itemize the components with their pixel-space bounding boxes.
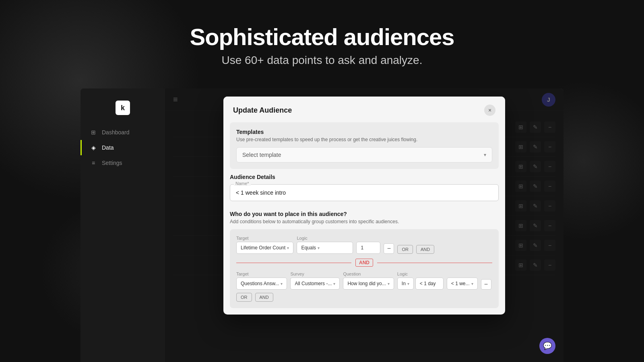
survey-field-group: Survey All Customers -... ▾ [290, 272, 340, 290]
condition2-and-button[interactable]: AND [255, 293, 273, 302]
template-select[interactable]: Select template ▾ [236, 147, 492, 162]
target2-field-group: Target Questions Answ... ▾ [236, 272, 287, 290]
and-divider: AND [236, 259, 492, 267]
templates-title: Templates [236, 129, 492, 135]
survey-value: All Customers -... [295, 281, 332, 286]
chevron-down-icon: ▾ [333, 282, 335, 286]
modal-title: Update Audience [233, 106, 292, 115]
value-display-select[interactable]: < 1 we... ▾ [447, 278, 478, 290]
sidebar-logo: k [80, 97, 165, 125]
condition1-remove-button[interactable]: − [384, 243, 394, 254]
app-logo-icon: k [116, 101, 130, 115]
question-field-group: Question How long did yo... ▾ [343, 272, 394, 290]
question-label: Question [343, 272, 394, 276]
data-icon: ◈ [90, 144, 97, 151]
chevron-down-icon: ▾ [318, 246, 320, 250]
target-field-group: Target Lifetime Order Count ▾ [236, 236, 293, 254]
modal-header: Update Audience × [223, 97, 505, 122]
chevron-down-icon: ▾ [281, 282, 283, 286]
app-window: k ⊞ Dashboard ◈ Data ≡ Settings ≡ J ⊞ ✎ … [80, 88, 564, 362]
condition2-remove-button[interactable]: − [481, 279, 491, 290]
settings-icon: ≡ [90, 159, 97, 167]
sidebar-item-label: Data [102, 144, 114, 151]
update-audience-modal: Update Audience × Templates Use pre-crea… [223, 97, 505, 315]
value-display-group: < 1 we... ▾ [447, 272, 478, 290]
modal-close-button[interactable]: × [484, 105, 495, 116]
logic-select[interactable]: Equals ▾ [297, 242, 353, 254]
condition-row-2: Target Questions Answ... ▾ Survey [236, 272, 492, 302]
target2-value: Questions Answ... [241, 281, 279, 286]
logic-field-group: Logic Equals ▾ [297, 236, 353, 254]
who-section: Who do you want to place in this audienc… [223, 211, 505, 315]
name-label: Name* [234, 181, 251, 186]
name-input[interactable] [230, 184, 499, 201]
value-display-text: < 1 we... [451, 281, 470, 286]
condition2-value-input[interactable] [415, 278, 444, 290]
support-chat-button[interactable]: 💬 [539, 338, 555, 354]
sidebar-item-dashboard[interactable]: ⊞ Dashboard [80, 125, 165, 140]
logic2-field-group: Logic In ▾ [397, 272, 444, 290]
value-display-label [447, 272, 478, 276]
condition1-or-button[interactable]: OR [397, 245, 413, 254]
name-input-group: Name* [230, 184, 499, 201]
and-line-left [236, 263, 351, 263]
dashboard-icon: ⊞ [90, 129, 97, 136]
hero-section: Sophisticated audiences Use 60+ data poi… [0, 0, 644, 67]
chevron-down-icon: ▾ [388, 282, 390, 286]
sidebar: k ⊞ Dashboard ◈ Data ≡ Settings [80, 88, 165, 362]
who-title: Who do you want to place in this audienc… [230, 211, 499, 217]
main-content: ≡ J ⊞ ✎ − ⊞ ✎ − ⊞ ✎ − ⊞ ✎ − [165, 88, 564, 362]
chevron-down-icon: ▾ [287, 246, 289, 250]
survey-label: Survey [290, 272, 340, 276]
target2-label: Target [236, 272, 287, 276]
and-line-right [377, 263, 492, 263]
modal-overlay: Update Audience × Templates Use pre-crea… [165, 88, 564, 362]
conditions-area: Target Lifetime Order Count ▾ Logic [230, 229, 499, 308]
sidebar-item-settings[interactable]: ≡ Settings [80, 155, 165, 171]
condition2-or-button[interactable]: OR [236, 293, 252, 302]
sidebar-item-data[interactable]: ◈ Data [80, 140, 165, 155]
logic2-label: Logic [397, 272, 444, 276]
hero-title: Sophisticated audiences [0, 24, 644, 50]
sidebar-item-label: Settings [102, 160, 122, 166]
templates-section: Templates Use pre-created templates to s… [230, 122, 499, 169]
survey-select[interactable]: All Customers -... ▾ [290, 278, 340, 290]
logic2-value: In [402, 281, 406, 286]
target-select[interactable]: Lifetime Order Count ▾ [236, 242, 293, 254]
audience-details-section: Audience Details Name* [223, 174, 505, 211]
logic2-select[interactable]: In ▾ [397, 278, 414, 290]
template-select-placeholder: Select template [242, 152, 281, 158]
chevron-down-icon: ▾ [471, 282, 473, 286]
chevron-down-icon: ▾ [407, 282, 409, 286]
audience-details-title: Audience Details [230, 174, 499, 180]
question-value: How long did yo... [347, 281, 386, 286]
who-desc: Add conditions below to automatically gr… [230, 219, 499, 224]
target2-select[interactable]: Questions Answ... ▾ [236, 278, 287, 290]
templates-desc: Use pre-created templates to speed up th… [236, 137, 492, 142]
hero-subtitle: Use 60+ data points to ask and analyze. [0, 54, 644, 67]
question-select[interactable]: How long did yo... ▾ [343, 278, 394, 290]
logic-value: Equals [301, 245, 316, 251]
target-value: Lifetime Order Count [241, 245, 285, 251]
chat-icon: 💬 [543, 341, 552, 350]
sidebar-item-label: Dashboard [102, 129, 130, 136]
and-divider-label: AND [355, 259, 373, 267]
condition1-and-button[interactable]: AND [416, 245, 434, 254]
condition1-value-input[interactable] [356, 242, 380, 254]
chevron-down-icon: ▾ [484, 152, 486, 158]
target-label: Target [236, 236, 293, 241]
logic-label: Logic [297, 236, 353, 241]
condition-row-1: Target Lifetime Order Count ▾ Logic [236, 236, 492, 254]
